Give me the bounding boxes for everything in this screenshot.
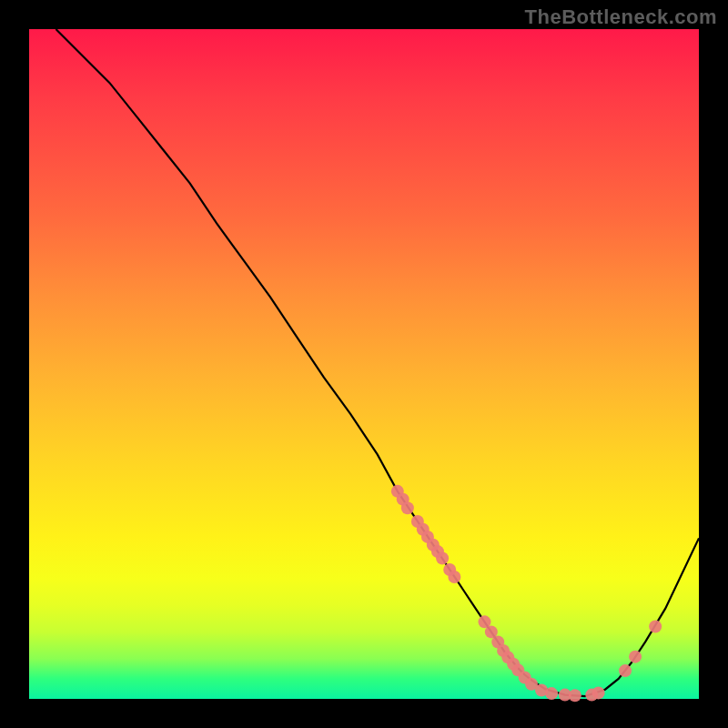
data-dot — [401, 501, 414, 514]
watermark-text: TheBottleneck.com — [525, 5, 717, 29]
data-dot — [569, 689, 581, 702]
plot-area — [29, 29, 699, 699]
bottleneck-curve — [56, 29, 699, 696]
data-dot — [592, 686, 605, 699]
data-dot — [629, 651, 642, 663]
data-dot — [436, 551, 449, 564]
chart-frame: TheBottleneck.com — [0, 0, 728, 728]
data-dots — [391, 485, 662, 702]
data-dot — [448, 571, 460, 583]
data-dot — [649, 621, 662, 633]
chart-svg — [29, 29, 699, 699]
data-dot — [545, 687, 558, 700]
data-dot — [619, 664, 632, 677]
